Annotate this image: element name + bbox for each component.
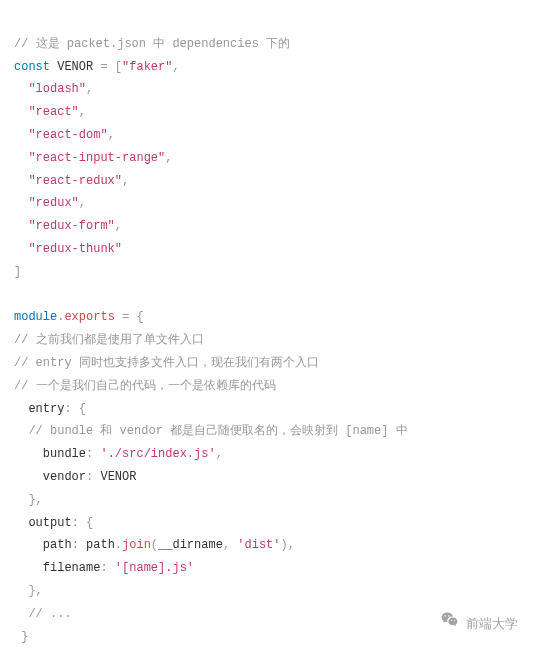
ident-path-obj: path xyxy=(86,538,115,552)
str-dist: 'dist' xyxy=(237,538,280,552)
punct-comma: , xyxy=(79,196,86,210)
comment-3: // 一个是我们自己的代码，一个是依赖库的代码 xyxy=(14,379,276,393)
comment-4: // bundle 和 vendor 都是自己随便取名的，会映射到 [name]… xyxy=(28,424,407,438)
str-react-input-range: "react-input-range" xyxy=(28,151,165,165)
comment-top: // 这是 packet.json 中 dependencies 下的 xyxy=(14,37,290,51)
str-react: "react" xyxy=(28,105,78,119)
ident-exports: exports xyxy=(64,310,114,324)
punct-rbrace: } xyxy=(28,493,35,507)
punct-colon: : xyxy=(100,561,114,575)
punct-colon: : xyxy=(72,516,86,530)
punct-lparen: ( xyxy=(151,538,158,552)
ident-output: output xyxy=(28,516,71,530)
wechat-icon xyxy=(426,585,460,649)
str-react-redux: "react-redux" xyxy=(28,174,122,188)
punct-rbrace: } xyxy=(28,584,35,598)
punct-comma: , xyxy=(115,219,122,233)
ident-dirname: __dirname xyxy=(158,538,223,552)
str-redux-thunk: "redux-thunk" xyxy=(28,242,122,256)
punct-colon: : xyxy=(72,538,86,552)
punct-lbrace: { xyxy=(79,402,86,416)
punct-lbracket: [ xyxy=(115,60,122,74)
punct-colon: : xyxy=(64,402,78,416)
punct-comma: , xyxy=(223,538,230,552)
ident-bundle: bundle xyxy=(43,447,86,461)
punct-eq: = xyxy=(93,60,115,74)
punct-comma: , xyxy=(108,128,115,142)
comment-2: // entry 同时也支持多文件入口，现在我们有两个入口 xyxy=(14,356,319,370)
str-redux-form: "redux-form" xyxy=(28,219,114,233)
str-name-js: '[name].js' xyxy=(115,561,194,575)
punct-comma: , xyxy=(36,493,43,507)
punct-comma: , xyxy=(165,151,172,165)
punct-lbrace: { xyxy=(136,310,143,324)
str-redux: "redux" xyxy=(28,196,78,210)
ident-filename: filename xyxy=(43,561,101,575)
punct-comma: , xyxy=(36,584,43,598)
ident-vendor: vendor xyxy=(43,470,86,484)
ident-entry: entry xyxy=(28,402,64,416)
punct-comma: , xyxy=(122,174,129,188)
punct-rparen: ) xyxy=(281,538,288,552)
ident-path: path xyxy=(43,538,72,552)
punct-colon: : xyxy=(86,447,100,461)
punct-comma: , xyxy=(79,105,86,119)
punct-rbrace: } xyxy=(21,630,28,644)
watermark-text: 前端大学 xyxy=(466,612,518,637)
punct-rbracket: ] xyxy=(14,265,21,279)
str-lodash: "lodash" xyxy=(28,82,86,96)
comment-1: // 之前我们都是使用了单文件入口 xyxy=(14,333,204,347)
str-react-dom: "react-dom" xyxy=(28,128,107,142)
ident-venor: VENOR xyxy=(57,60,93,74)
punct-lbrace: { xyxy=(86,516,93,530)
punct-comma: , xyxy=(216,447,223,461)
watermark: 前端大学 xyxy=(426,585,518,649)
ident-join: join xyxy=(122,538,151,552)
punct-eq: = xyxy=(115,310,137,324)
kw-const: const xyxy=(14,60,50,74)
str-src-index: './src/index.js' xyxy=(100,447,215,461)
ident-venor-ref: VENOR xyxy=(100,470,136,484)
kw-module: module xyxy=(14,310,57,324)
comment-5: // ... xyxy=(28,607,71,621)
punct-comma: , xyxy=(172,60,179,74)
punct-comma: , xyxy=(288,538,295,552)
punct-colon: : xyxy=(86,470,100,484)
code-block: // 这是 packet.json 中 dependencies 下的 cons… xyxy=(0,0,536,649)
punct-dot: . xyxy=(115,538,122,552)
punct-comma: , xyxy=(86,82,93,96)
str-faker: "faker" xyxy=(122,60,172,74)
